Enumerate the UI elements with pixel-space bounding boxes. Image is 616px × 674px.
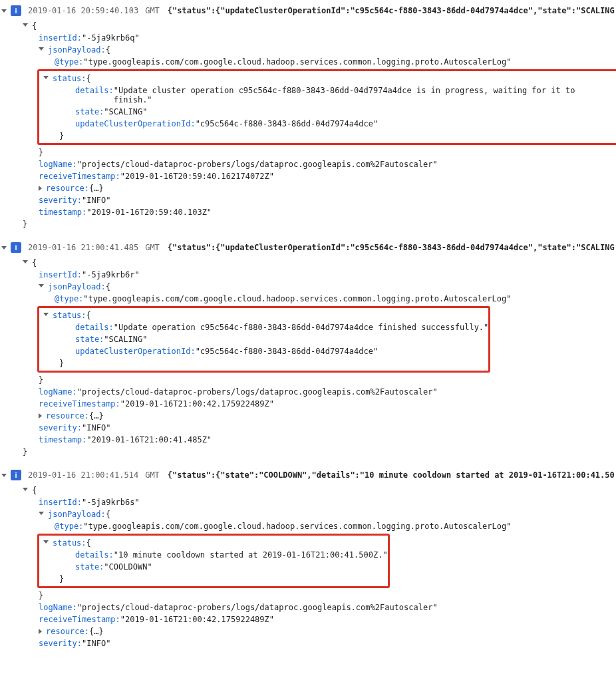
json-key: logName:	[39, 387, 77, 397]
chevron-down-icon[interactable]	[43, 76, 49, 79]
json-brace-line: }	[4, 590, 616, 601]
severity-badge: i	[11, 470, 21, 480]
json-line: receiveTimestamp: "2019-01-16T21:00:42.1…	[4, 398, 616, 410]
log-entry: i2019-01-16 20:59:40.103GMT{"status":{"u…	[0, 0, 616, 237]
timezone: GMT	[145, 243, 160, 252]
json-key: receiveTimestamp:	[39, 399, 120, 409]
json-expanded: {insertId: "-5ja9krb6s"jsonPayload: {@ty…	[0, 482, 616, 656]
brace: }	[59, 131, 64, 140]
json-key: jsonPayload:	[48, 282, 106, 291]
json-line[interactable]: resource: {…}	[4, 410, 616, 422]
json-expanded: {insertId: "-5ja9krb6q"jsonPayload: {@ty…	[0, 17, 616, 237]
json-value: "2019-01-16T20:59:40.103Z"	[86, 208, 212, 217]
chevron-down-icon[interactable]	[1, 246, 7, 250]
log-summary-row[interactable]: i2019-01-16 20:59:40.103GMT{"status":{"u…	[0, 4, 616, 17]
json-key: details:	[75, 323, 114, 332]
json-line: @type: "type.googleapis.com/com.google.c…	[4, 520, 616, 532]
json-line: receiveTimestamp: "2019-01-16T21:00:42.1…	[4, 613, 616, 625]
json-key: resource:	[46, 411, 89, 421]
brace: }	[59, 574, 64, 584]
json-key: @type:	[55, 57, 83, 67]
json-brace-line: }	[39, 573, 388, 585]
brace: {	[86, 311, 91, 320]
json-value: "INFO"	[82, 639, 110, 648]
json-value: {…}	[89, 627, 104, 636]
brace: {	[86, 538, 91, 548]
json-key: updateClusterOperationId:	[75, 119, 196, 128]
chevron-right-icon[interactable]	[39, 629, 42, 634]
brace: {	[32, 21, 37, 31]
chevron-down-icon[interactable]	[1, 9, 7, 13]
json-value: {…}	[89, 184, 104, 193]
json-line[interactable]: status: {	[39, 309, 488, 321]
brace: {	[106, 510, 110, 519]
json-key: resource:	[46, 184, 89, 193]
json-value: "type.googleapis.com/com.google.cloud.ha…	[83, 294, 511, 303]
json-line: logName: "projects/cloud-dataproc-prober…	[4, 386, 616, 398]
json-value: "10 minute cooldown started at 2019-01-1…	[114, 550, 388, 560]
json-value: "Update operation c95c564c-f880-3843-86d…	[114, 323, 489, 332]
json-line: details: "10 minute cooldown started at …	[39, 549, 388, 561]
chevron-right-icon[interactable]	[39, 186, 42, 191]
json-line: severity: "INFO"	[4, 637, 616, 649]
json-line[interactable]: resource: {…}	[4, 182, 616, 194]
json-key: jsonPayload:	[48, 45, 106, 55]
json-key: updateClusterOperationId:	[75, 347, 196, 356]
json-line[interactable]: resource: {…}	[4, 625, 616, 637]
json-key: jsonPayload:	[48, 510, 106, 519]
chevron-down-icon[interactable]	[23, 23, 28, 27]
json-line[interactable]: jsonPayload: {	[4, 44, 616, 56]
json-brace-line: }	[39, 130, 616, 142]
json-key: severity:	[39, 196, 82, 205]
json-line[interactable]: {	[4, 20, 616, 32]
json-line: severity: "INFO"	[4, 194, 616, 206]
brace: }	[59, 359, 64, 368]
json-brace-line: }	[4, 146, 616, 158]
json-value: "projects/cloud-dataproc-probers/logs/da…	[77, 387, 438, 397]
json-expanded: {insertId: "-5ja9krb6r"jsonPayload: {@ty…	[0, 254, 616, 464]
json-key: details:	[75, 550, 114, 560]
chevron-down-icon[interactable]	[23, 488, 28, 491]
json-value: "c95c564c-f880-3843-86dd-04d7974a4dce"	[196, 119, 379, 128]
json-key: receiveTimestamp:	[39, 172, 120, 181]
log-summary-row[interactable]: i2019-01-16 21:00:41.514GMT{"status":{"s…	[0, 468, 616, 482]
chevron-down-icon[interactable]	[43, 313, 49, 316]
json-key: severity:	[39, 639, 82, 648]
json-line[interactable]: status: {	[39, 537, 388, 549]
json-line: updateClusterOperationId: "c95c564c-f880…	[39, 345, 488, 357]
json-line: insertId: "-5ja9krb6r"	[4, 269, 616, 281]
json-line: logName: "projects/cloud-dataproc-prober…	[4, 601, 616, 613]
json-line[interactable]: status: {	[39, 73, 616, 84]
chevron-down-icon[interactable]	[1, 474, 7, 477]
json-line[interactable]: {	[4, 257, 616, 269]
highlighted-status-box: status: {details: "10 minute cooldown st…	[37, 534, 390, 588]
brace: }	[39, 591, 43, 600]
highlighted-status-box: status: {details: "Update cluster operat…	[37, 69, 616, 145]
json-line: insertId: "-5ja9krb6s"	[4, 496, 616, 508]
json-key: state:	[75, 335, 104, 344]
json-key: state:	[75, 107, 104, 116]
brace: }	[23, 447, 27, 456]
json-value: "Update cluster operation c95c564c-f880-…	[114, 86, 616, 104]
json-line[interactable]: {	[4, 484, 616, 496]
json-line: details: "Update cluster operation c95c5…	[39, 84, 616, 106]
json-value: "-5ja9krb6r"	[82, 270, 140, 279]
json-value: "c95c564c-f880-3843-86dd-04d7974a4dce"	[196, 347, 379, 356]
json-key: timestamp:	[39, 208, 86, 217]
chevron-down-icon[interactable]	[43, 540, 49, 544]
chevron-down-icon[interactable]	[39, 284, 44, 287]
json-line[interactable]: jsonPayload: {	[4, 281, 616, 293]
timezone: GMT	[145, 470, 160, 480]
chevron-down-icon[interactable]	[39, 512, 44, 515]
json-value: "SCALING"	[104, 107, 147, 116]
brace: {	[106, 45, 110, 55]
chevron-right-icon[interactable]	[39, 413, 42, 419]
json-line: state: "SCALING"	[39, 333, 488, 345]
severity-badge: i	[11, 5, 21, 16]
log-summary-row[interactable]: i2019-01-16 21:00:41.485GMT{"status":{"u…	[0, 241, 616, 254]
chevron-down-icon[interactable]	[39, 47, 44, 51]
chevron-down-icon[interactable]	[23, 260, 28, 263]
json-key: insertId:	[39, 33, 82, 43]
json-line: state: "COOLDOWN"	[39, 561, 388, 573]
json-line[interactable]: jsonPayload: {	[4, 508, 616, 520]
